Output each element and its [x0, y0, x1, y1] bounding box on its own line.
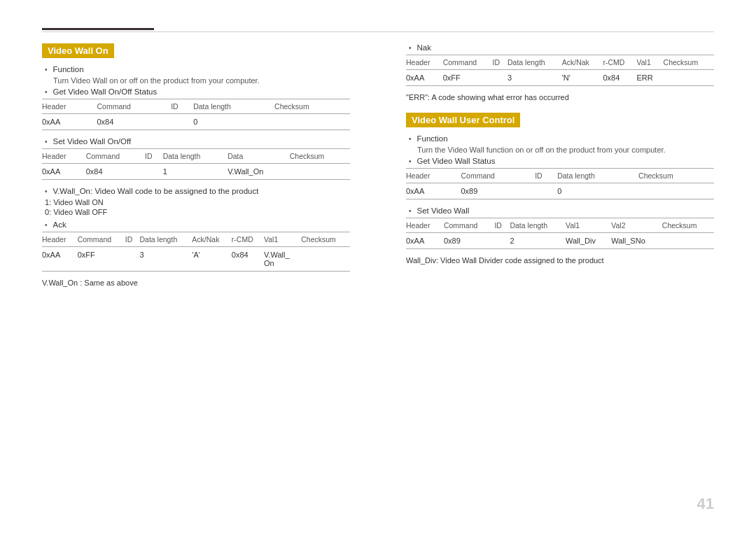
th-checksum-r1: Checksum	[664, 55, 714, 70]
td-header: 0xAA	[406, 183, 461, 199]
th-header-r1: Header	[406, 55, 443, 70]
right-function-label: Function	[417, 134, 448, 143]
td-val1: Wall_Div	[566, 233, 611, 249]
th-val1-r3: Val1	[566, 218, 611, 233]
td-checksum	[290, 164, 350, 180]
th-datalength-2: Data length	[163, 149, 228, 164]
video-wall-on-note: 1: Video Wall ON	[45, 198, 350, 206]
td-id	[171, 114, 193, 130]
th-id-1: ID	[171, 99, 193, 114]
td-header: 0xAA	[42, 114, 97, 130]
left-set-bullet: • Set Video Wall On/Off	[45, 137, 350, 146]
video-wall-off-note: 0: Video Wall OFF	[45, 208, 350, 216]
td-rcmd: 0x84	[232, 247, 264, 272]
th-id-r3: ID	[494, 218, 510, 233]
th-data-2: Data	[227, 149, 290, 164]
td-command: 0xFF	[443, 70, 493, 86]
bullet-icon-7: •	[409, 135, 412, 143]
bullet-icon-4: •	[45, 188, 48, 195]
left-get-status-bullet: • Get Video Wall On/Off Status	[45, 87, 350, 96]
err-note: "ERR": A code showing what error has occ…	[406, 93, 714, 101]
right-get-table: Header Command ID Data length Checksum 0…	[406, 168, 714, 199]
left-get-status-label: Get Video Wall On/Off Status	[53, 87, 158, 96]
th-header-r3: Header	[406, 218, 444, 233]
table-row: 0xAA 0x89 2 Wall_Div Wall_SNo	[406, 233, 714, 249]
left-function-label: Function	[53, 65, 84, 73]
th-datalength-3: Data length	[140, 232, 192, 247]
th-command-3: Command	[78, 232, 125, 247]
left-section-title: Video Wall On	[42, 43, 114, 58]
td-id	[494, 233, 510, 249]
bullet-icon-3: •	[45, 138, 48, 146]
td-val2: Wall_SNo	[611, 233, 662, 249]
left-ack-bullet: • Ack	[45, 220, 350, 229]
th-checksum-1: Checksum	[274, 99, 350, 114]
right-get-status-bullet: • Get Video Wall Status	[409, 157, 714, 165]
left-ack-table: Header Command ID Data length Ack/Nak r-…	[42, 232, 350, 272]
td-header: 0xAA	[406, 233, 444, 249]
table-row: 0xAA 0xFF 3 'A' 0x84 V.Wall_On	[42, 247, 350, 272]
td-acknak: 'A'	[192, 247, 231, 272]
table-row: 0xAA 0x84 0	[42, 114, 350, 130]
left-vwall-note-bullet: • V.Wall_On: Video Wall code to be assig…	[45, 187, 350, 195]
th-val2-r3: Val2	[611, 218, 662, 233]
td-checksum	[662, 233, 714, 249]
td-checksum	[638, 183, 714, 199]
left-set-label: Set Video Wall On/Off	[53, 137, 132, 146]
th-rcmd-r1: r-CMD	[603, 55, 636, 70]
top-lines	[42, 28, 714, 32]
left-function-desc: Turn Video Wall on or off on the product…	[53, 76, 350, 85]
td-checksum	[274, 114, 350, 130]
th-command-r2: Command	[461, 169, 536, 183]
th-datalength-r1: Data length	[507, 55, 562, 70]
th-header-r2: Header	[406, 169, 461, 183]
td-checksum	[301, 247, 350, 272]
th-command-r1: Command	[443, 55, 493, 70]
td-data: V.Wall_On	[227, 164, 290, 180]
table-row: 0xAA 0xFF 3 'N' 0x84 ERR	[406, 70, 714, 86]
content-area: Video Wall On • Function Turn Video Wall…	[42, 43, 714, 506]
th-rcmd-3: r-CMD	[232, 232, 264, 247]
bullet-icon-2: •	[45, 88, 48, 96]
th-id-3: ID	[125, 232, 140, 247]
td-datalength: 3	[507, 70, 562, 86]
td-rcmd: 0x84	[603, 70, 636, 86]
right-nak-label: Nak	[417, 43, 431, 52]
th-checksum-r3: Checksum	[662, 218, 714, 233]
th-datalength-1: Data length	[193, 99, 274, 114]
td-command: 0x84	[86, 164, 145, 180]
th-checksum-r2: Checksum	[638, 169, 714, 183]
td-header: 0xAA	[42, 247, 78, 272]
page-number: 41	[697, 495, 714, 513]
th-acknak-r1: Ack/Nak	[562, 55, 603, 70]
page: Video Wall On • Function Turn Video Wall…	[0, 0, 756, 534]
th-acknak-3: Ack/Nak	[192, 232, 231, 247]
table-row: 0xAA 0x84 1 V.Wall_On	[42, 164, 350, 180]
th-id-r2: ID	[535, 169, 557, 183]
th-val1-3: Val1	[264, 232, 301, 247]
td-command: 0xFF	[78, 247, 125, 272]
right-section-title: Video Wall User Control	[406, 113, 520, 127]
td-id	[125, 247, 140, 272]
td-command: 0x84	[97, 114, 172, 130]
bullet-icon-5: •	[45, 221, 48, 229]
right-column: • Nak Header Command ID Data length Ack/…	[392, 43, 714, 506]
left-column: Video Wall On • Function Turn Video Wall…	[42, 43, 364, 506]
bullet-icon-6: •	[409, 44, 412, 52]
td-header: 0xAA	[42, 164, 86, 180]
right-nak-bullet: • Nak	[409, 43, 714, 52]
left-ack-label: Ack	[53, 220, 66, 229]
th-id-2: ID	[145, 149, 163, 164]
bullet-icon-8: •	[409, 157, 412, 165]
th-header-3: Header	[42, 232, 78, 247]
right-set-table: Header Command ID Data length Val1 Val2 …	[406, 218, 714, 249]
right-function-bullet: • Function	[409, 134, 714, 143]
td-acknak: 'N'	[562, 70, 603, 86]
th-datalength-r3: Data length	[510, 218, 566, 233]
th-val1-r1: Val1	[637, 55, 664, 70]
vwall-same-note: V.Wall_On : Same as above	[42, 279, 350, 287]
top-line-short	[42, 28, 154, 30]
th-header-1: Header	[42, 99, 97, 114]
td-checksum	[664, 70, 714, 86]
th-command-2: Command	[86, 149, 145, 164]
